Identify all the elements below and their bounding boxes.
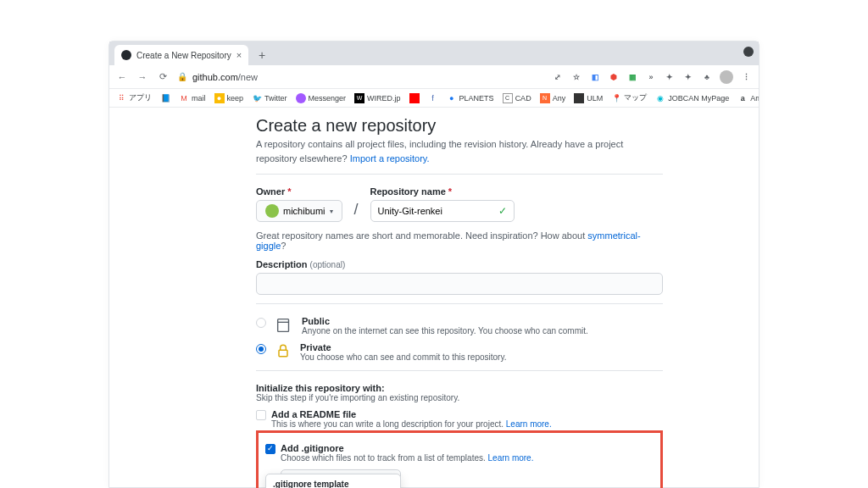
bookmark-item[interactable]: Mmail: [179, 93, 206, 103]
bookmark-item[interactable]: 📍マップ: [611, 92, 647, 103]
bookmark-item[interactable]: WWIRED.jp: [354, 93, 401, 103]
lock-icon: [275, 342, 292, 359]
ext-icon[interactable]: ⬢: [608, 71, 620, 83]
svg-rect-0: [278, 319, 289, 332]
page-content: Create a new repository A repository con…: [109, 108, 759, 488]
url-domain: github.com: [192, 72, 238, 82]
ext-overflow-icon[interactable]: »: [645, 71, 657, 83]
bookmark-item[interactable]: aAmazon.co.jp: lan...: [737, 93, 759, 103]
github-favicon: [121, 50, 131, 60]
public-desc: Anyone on the internet can see this repo…: [302, 326, 588, 336]
page-title: Create a new repository: [256, 116, 663, 136]
url-box[interactable]: 🔒 github.com/new: [177, 72, 543, 82]
ext-star-icon[interactable]: ☆: [570, 71, 582, 83]
nav-forward-icon[interactable]: →: [136, 72, 148, 82]
tab-close-icon[interactable]: ×: [236, 50, 242, 60]
tab-active[interactable]: Create a New Repository ×: [114, 45, 248, 65]
bookmark-item[interactable]: ●keep: [214, 93, 244, 103]
page-subtitle: A repository contains all project files,…: [256, 137, 663, 165]
bookmark-item[interactable]: 🐦Twitter: [252, 93, 287, 103]
ext-icon[interactable]: ▦: [626, 71, 638, 83]
browser-window: Create a New Repository × + ← → ⟳ 🔒 gith…: [108, 41, 760, 488]
profile-avatar[interactable]: [720, 70, 733, 84]
gitignore-checkbox[interactable]: [265, 444, 275, 454]
tab-title: Create a New Repository: [136, 51, 231, 60]
window-close-icon[interactable]: [743, 47, 754, 57]
gitignore-template-popover: .gitignore template unity Unity: [265, 474, 401, 488]
url-path: /new: [238, 72, 258, 82]
gitignore-highlight-box: Add .gitignore Choose which files not to…: [256, 430, 663, 488]
bookmark-item[interactable]: ●PLANETS: [447, 93, 494, 103]
gitignore-title: Add .gitignore: [281, 443, 533, 453]
learn-more-link[interactable]: Learn more.: [506, 419, 552, 429]
extension-icons: ⤢ ☆ ◧ ⬢ ▦ » ✦ ✦ ♣ ⋮: [552, 70, 752, 84]
nav-reload-icon[interactable]: ⟳: [157, 71, 169, 82]
name-hint: Great repository names are short and mem…: [256, 230, 663, 251]
owner-label: Owner *: [256, 186, 342, 197]
readme-desc: This is where you can write a long descr…: [271, 419, 552, 429]
bookmarks-bar: ⠿アプリ 📘 Mmail ●keep 🐦Twitter Messenger WW…: [109, 89, 759, 108]
divider: [256, 303, 663, 304]
readme-title: Add a README file: [271, 409, 552, 419]
learn-more-link[interactable]: Learn more.: [488, 453, 534, 463]
browser-menu-icon[interactable]: ⋮: [740, 71, 752, 83]
init-heading: Initialize this repository with:: [256, 383, 663, 393]
popover-header: .gitignore template: [266, 474, 400, 488]
ext-icon[interactable]: ♣: [701, 71, 713, 83]
caret-down-icon: ▾: [330, 208, 333, 215]
owner-select[interactable]: michibumi ▾: [256, 200, 342, 222]
bookmark-item[interactable]: [409, 93, 420, 103]
owner-avatar: [265, 204, 279, 218]
public-radio[interactable]: [256, 318, 266, 328]
init-sub: Skip this step if you're importing an ex…: [256, 393, 663, 402]
repo-public-icon: [275, 316, 293, 335]
private-radio[interactable]: [256, 344, 266, 354]
readme-checkbox[interactable]: [256, 410, 266, 420]
description-label: Description (optional): [256, 259, 663, 269]
tab-bar: Create a New Repository × +: [109, 42, 759, 65]
ext-icon[interactable]: ✦: [664, 71, 676, 83]
ext-puzzle-icon[interactable]: ✦: [682, 71, 694, 83]
apps-button[interactable]: ⠿アプリ: [116, 92, 152, 103]
svg-rect-1: [279, 350, 287, 357]
public-title: Public: [302, 316, 588, 326]
address-bar: ← → ⟳ 🔒 github.com/new ⤢ ☆ ◧ ⬢ ▦ » ✦ ✦ ♣…: [109, 65, 759, 89]
private-title: Private: [300, 342, 506, 352]
bookmark-item[interactable]: ◉JOBCAN MyPage: [655, 93, 729, 103]
import-link[interactable]: Import a repository.: [350, 153, 430, 164]
ext-translate-icon[interactable]: ⤢: [552, 71, 564, 83]
description-input[interactable]: [256, 273, 663, 295]
divider: [256, 174, 663, 175]
divider: [256, 370, 663, 371]
bookmark-item[interactable]: f: [428, 93, 438, 103]
slash-separator: /: [354, 201, 359, 222]
gitignore-desc: Choose which files not to track from a l…: [281, 453, 533, 463]
bookmark-item[interactable]: NAny: [540, 93, 566, 103]
nav-back-icon[interactable]: ←: [116, 72, 128, 82]
ext-icon[interactable]: ◧: [589, 71, 601, 83]
check-icon: ✓: [498, 205, 507, 217]
private-desc: You choose who can see and commit to thi…: [300, 352, 506, 362]
new-tab-button[interactable]: +: [253, 47, 270, 64]
lock-icon: 🔒: [177, 72, 187, 81]
bookmark-item[interactable]: Messenger: [296, 93, 347, 103]
repo-name-input[interactable]: Unity-Git-renkei ✓: [370, 200, 515, 222]
repo-name-label: Repository name *: [370, 186, 515, 197]
bookmark-item[interactable]: 📘: [160, 93, 170, 103]
bookmark-item[interactable]: CCAD: [503, 93, 531, 103]
bookmark-item[interactable]: ULM: [574, 93, 603, 103]
